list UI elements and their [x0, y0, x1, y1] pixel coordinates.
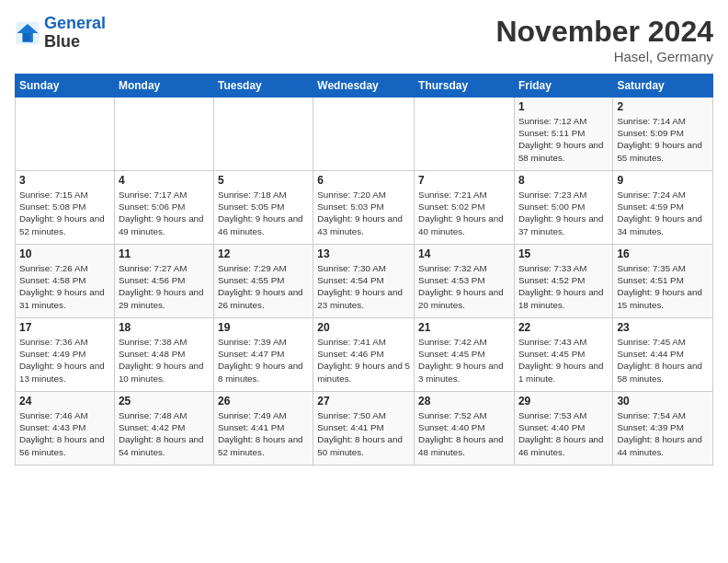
table-row: 15Sunrise: 7:33 AM Sunset: 4:52 PM Dayli… — [514, 245, 612, 318]
day-info: Sunrise: 7:54 AM Sunset: 4:39 PM Dayligh… — [617, 409, 709, 458]
day-number: 12 — [218, 247, 309, 260]
table-row: 14Sunrise: 7:32 AM Sunset: 4:53 PM Dayli… — [415, 245, 515, 318]
day-number: 16 — [617, 247, 709, 260]
table-row: 18Sunrise: 7:38 AM Sunset: 4:48 PM Dayli… — [114, 318, 213, 392]
day-number: 2 — [617, 100, 709, 113]
day-info: Sunrise: 7:42 AM Sunset: 4:45 PM Dayligh… — [418, 336, 510, 385]
day-number: 13 — [317, 247, 410, 260]
day-number: 28 — [418, 395, 510, 408]
day-info: Sunrise: 7:17 AM Sunset: 5:06 PM Dayligh… — [119, 189, 210, 237]
table-row: 5Sunrise: 7:18 AM Sunset: 5:05 PM Daylig… — [213, 171, 313, 245]
day-info: Sunrise: 7:32 AM Sunset: 4:53 PM Dayligh… — [418, 262, 510, 311]
header-friday: Friday — [514, 75, 612, 98]
table-row: 8Sunrise: 7:23 AM Sunset: 5:00 PM Daylig… — [514, 171, 612, 245]
table-row: 19Sunrise: 7:39 AM Sunset: 4:47 PM Dayli… — [213, 318, 313, 392]
day-info: Sunrise: 7:30 AM Sunset: 4:54 PM Dayligh… — [317, 262, 410, 311]
table-row — [16, 98, 115, 171]
table-row: 1Sunrise: 7:12 AM Sunset: 5:11 PM Daylig… — [514, 98, 612, 171]
table-row: 20Sunrise: 7:41 AM Sunset: 4:46 PM Dayli… — [313, 318, 415, 392]
day-number: 17 — [19, 321, 110, 334]
day-number: 29 — [518, 395, 609, 408]
day-info: Sunrise: 7:35 AM Sunset: 4:51 PM Dayligh… — [617, 262, 709, 311]
calendar-week-row: 24Sunrise: 7:46 AM Sunset: 4:43 PM Dayli… — [16, 392, 713, 465]
logo-text: General Blue — [44, 15, 106, 52]
day-number: 20 — [317, 321, 410, 334]
table-row: 10Sunrise: 7:26 AM Sunset: 4:58 PM Dayli… — [16, 245, 115, 318]
table-row — [114, 98, 213, 171]
day-number: 30 — [617, 395, 709, 408]
table-row: 7Sunrise: 7:21 AM Sunset: 5:02 PM Daylig… — [415, 171, 515, 245]
table-row: 12Sunrise: 7:29 AM Sunset: 4:55 PM Dayli… — [213, 245, 313, 318]
calendar-header-row: Sunday Monday Tuesday Wednesday Thursday… — [16, 75, 713, 98]
day-info: Sunrise: 7:39 AM Sunset: 4:47 PM Dayligh… — [218, 336, 309, 385]
header-thursday: Thursday — [415, 75, 515, 98]
day-number: 24 — [19, 395, 110, 408]
title-block: November 2024 Hasel, Germany — [495, 15, 713, 64]
day-info: Sunrise: 7:50 AM Sunset: 4:41 PM Dayligh… — [317, 409, 410, 458]
day-number: 22 — [518, 321, 609, 334]
table-row — [415, 98, 515, 171]
calendar-week-row: 17Sunrise: 7:36 AM Sunset: 4:49 PM Dayli… — [16, 318, 713, 392]
table-row: 22Sunrise: 7:43 AM Sunset: 4:45 PM Dayli… — [514, 318, 612, 392]
table-row: 21Sunrise: 7:42 AM Sunset: 4:45 PM Dayli… — [415, 318, 515, 392]
day-info: Sunrise: 7:23 AM Sunset: 5:00 PM Dayligh… — [518, 189, 609, 237]
table-row: 3Sunrise: 7:15 AM Sunset: 5:08 PM Daylig… — [16, 171, 115, 245]
day-info: Sunrise: 7:18 AM Sunset: 5:05 PM Dayligh… — [218, 189, 309, 237]
day-info: Sunrise: 7:52 AM Sunset: 4:40 PM Dayligh… — [418, 409, 510, 458]
calendar-week-row: 10Sunrise: 7:26 AM Sunset: 4:58 PM Dayli… — [16, 245, 713, 318]
day-number: 4 — [119, 174, 210, 187]
day-number: 7 — [418, 174, 510, 187]
header-wednesday: Wednesday — [313, 75, 415, 98]
logo-icon — [15, 20, 40, 46]
table-row — [313, 98, 415, 171]
day-info: Sunrise: 7:46 AM Sunset: 4:43 PM Dayligh… — [19, 409, 110, 458]
table-row: 27Sunrise: 7:50 AM Sunset: 4:41 PM Dayli… — [313, 392, 415, 465]
day-info: Sunrise: 7:43 AM Sunset: 4:45 PM Dayligh… — [518, 336, 609, 385]
table-row: 13Sunrise: 7:30 AM Sunset: 4:54 PM Dayli… — [313, 245, 415, 318]
page: General Blue November 2024 Hasel, German… — [0, 0, 728, 473]
table-row: 11Sunrise: 7:27 AM Sunset: 4:56 PM Dayli… — [114, 245, 213, 318]
table-row: 26Sunrise: 7:49 AM Sunset: 4:41 PM Dayli… — [213, 392, 313, 465]
day-number: 6 — [317, 174, 410, 187]
table-row: 30Sunrise: 7:54 AM Sunset: 4:39 PM Dayli… — [613, 392, 713, 465]
day-number: 5 — [218, 174, 309, 187]
day-number: 18 — [119, 321, 210, 334]
day-info: Sunrise: 7:45 AM Sunset: 4:44 PM Dayligh… — [617, 336, 709, 385]
day-info: Sunrise: 7:41 AM Sunset: 4:46 PM Dayligh… — [317, 336, 410, 385]
day-info: Sunrise: 7:21 AM Sunset: 5:02 PM Dayligh… — [418, 189, 510, 237]
table-row — [213, 98, 313, 171]
day-info: Sunrise: 7:26 AM Sunset: 4:58 PM Dayligh… — [19, 262, 110, 311]
day-number: 1 — [518, 100, 609, 113]
day-number: 10 — [19, 247, 110, 260]
table-row: 17Sunrise: 7:36 AM Sunset: 4:49 PM Dayli… — [16, 318, 115, 392]
logo: General Blue — [15, 15, 106, 52]
day-number: 19 — [218, 321, 309, 334]
table-row: 4Sunrise: 7:17 AM Sunset: 5:06 PM Daylig… — [114, 171, 213, 245]
day-info: Sunrise: 7:20 AM Sunset: 5:03 PM Dayligh… — [317, 189, 410, 237]
day-number: 21 — [418, 321, 510, 334]
table-row: 23Sunrise: 7:45 AM Sunset: 4:44 PM Dayli… — [613, 318, 713, 392]
day-number: 11 — [119, 247, 210, 260]
calendar-subtitle: Hasel, Germany — [495, 49, 713, 64]
day-number: 25 — [119, 395, 210, 408]
day-info: Sunrise: 7:53 AM Sunset: 4:40 PM Dayligh… — [518, 409, 609, 458]
day-number: 26 — [218, 395, 309, 408]
header-monday: Monday — [114, 75, 213, 98]
table-row: 25Sunrise: 7:48 AM Sunset: 4:42 PM Dayli… — [114, 392, 213, 465]
header-tuesday: Tuesday — [213, 75, 313, 98]
calendar-table: Sunday Monday Tuesday Wednesday Thursday… — [15, 74, 713, 465]
calendar-title: November 2024 — [495, 15, 713, 49]
day-info: Sunrise: 7:33 AM Sunset: 4:52 PM Dayligh… — [518, 262, 609, 311]
day-info: Sunrise: 7:38 AM Sunset: 4:48 PM Dayligh… — [119, 336, 210, 385]
day-info: Sunrise: 7:27 AM Sunset: 4:56 PM Dayligh… — [119, 262, 210, 311]
day-info: Sunrise: 7:49 AM Sunset: 4:41 PM Dayligh… — [218, 409, 309, 458]
table-row: 2Sunrise: 7:14 AM Sunset: 5:09 PM Daylig… — [613, 98, 713, 171]
day-number: 14 — [418, 247, 510, 260]
day-info: Sunrise: 7:24 AM Sunset: 4:59 PM Dayligh… — [617, 189, 709, 237]
header-sunday: Sunday — [16, 75, 115, 98]
header: General Blue November 2024 Hasel, German… — [15, 15, 713, 64]
day-number: 8 — [518, 174, 609, 187]
day-number: 9 — [617, 174, 709, 187]
table-row: 9Sunrise: 7:24 AM Sunset: 4:59 PM Daylig… — [613, 171, 713, 245]
day-info: Sunrise: 7:12 AM Sunset: 5:11 PM Dayligh… — [518, 115, 609, 164]
